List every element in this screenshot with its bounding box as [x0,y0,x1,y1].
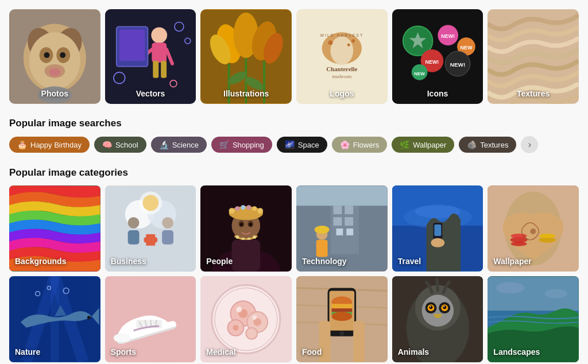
cat-card-sports[interactable]: Sports [105,276,196,362]
search-tag-science[interactable]: 🔬 Science [151,137,207,153]
svg-point-65 [127,217,139,229]
svg-text:Chanterelle: Chanterelle [326,65,357,72]
top-cat-icons-label: Icons [392,89,483,98]
search-tag-textures[interactable]: 🪨 Textures [459,137,516,153]
svg-rect-92 [333,206,342,214]
svg-point-81 [236,235,239,239]
cat-card-people[interactable]: People [200,185,292,272]
svg-point-141 [233,325,239,331]
school-label: School [115,141,138,149]
svg-rect-100 [336,229,343,235]
cat-card-food[interactable]: Food [296,276,388,362]
search-tags-row: 🎂 Happy Birthday 🧠 School 🔬 Science 🛒 Sh… [9,136,579,153]
svg-rect-109 [434,224,441,236]
cat-label-medical: Medical [206,347,235,357]
svg-point-10 [49,68,60,76]
top-categories-row: Photos Vectors [9,9,579,104]
flowers-emoji: 🌸 [340,140,350,149]
svg-point-4 [29,32,80,89]
svg-point-77 [241,205,246,210]
space-emoji: 🌌 [285,140,295,149]
svg-point-89 [249,223,253,226]
svg-rect-154 [331,308,352,312]
svg-text:NEW!: NEW! [425,59,439,65]
svg-point-118 [531,229,536,234]
svg-point-174 [544,289,567,298]
school-emoji: 🧠 [102,140,112,149]
cat-card-animals[interactable]: Animals [392,276,483,362]
search-tag-wallpaper[interactable]: 🌿 Wallpaper [392,137,454,153]
cat-label-technology: Technology [302,257,347,266]
svg-point-44 [351,39,355,42]
svg-rect-25 [161,61,167,78]
top-cat-illustrations-label: Illustrations [200,89,292,98]
svg-point-144 [253,315,257,320]
birthday-emoji: 🎂 [17,140,27,149]
svg-point-76 [235,206,240,211]
popular-searches-section: Popular image searches 🎂 Happy Birthday … [9,118,579,153]
svg-text:NEW: NEW [414,71,425,76]
search-tag-birthday[interactable]: 🎂 Happy Birthday [9,137,90,153]
search-tag-shopping[interactable]: 🛒 Shopping [211,137,272,153]
svg-point-121 [87,316,91,319]
svg-line-130 [150,320,151,327]
svg-rect-95 [345,217,353,226]
search-tag-school[interactable]: 🧠 School [94,137,146,153]
cat-label-landscapes: Landscapes [493,347,540,357]
cat-label-wallpaper: Wallpaper [493,257,531,266]
cat-card-wallpaper[interactable]: Wallpaper [488,185,579,272]
search-tags-more-button[interactable]: › [521,136,538,153]
popular-searches-title: Popular image searches [9,118,579,129]
svg-point-39 [331,36,354,65]
cat-label-sports: Sports [111,347,136,357]
svg-point-168 [443,305,446,309]
cat-card-backgrounds[interactable]: Backgrounds [9,185,100,272]
svg-text:NEW!: NEW! [450,61,465,68]
top-cat-logos-label: Logos [296,89,388,98]
top-cat-photos-label: Photos [9,89,100,98]
cat-card-technology[interactable]: Technology [296,185,388,272]
svg-point-170 [443,306,444,307]
popular-categories-title: Popular image categories [9,167,579,179]
cat-card-business[interactable]: Business [105,185,196,272]
shopping-emoji: 🛒 [219,140,229,149]
cat-card-nature[interactable]: Nature [9,276,100,362]
svg-rect-66 [127,230,139,245]
top-cat-illustrations[interactable]: Illustrations [200,9,292,104]
svg-point-7 [44,52,49,58]
categories-grid: Backgrounds Business [9,185,579,362]
cat-label-food: Food [302,347,322,357]
wallpaper-label: Wallpaper [413,141,446,149]
science-label: Science [172,141,199,149]
top-cat-vectors-label: Vectors [105,89,196,98]
svg-rect-24 [153,61,158,78]
search-tag-flowers[interactable]: 🌸 Flowers [332,137,388,153]
svg-point-43 [328,40,333,45]
top-cat-logos[interactable]: Chanterelle mushroom WILD HARVEST Logos [296,9,388,104]
top-cat-icons[interactable]: NEW! NEW NEW! NEW! NEW Icons [392,9,483,104]
svg-rect-93 [345,206,353,214]
top-cat-textures-label: Textures [488,89,579,98]
top-cat-textures[interactable]: Textures [488,9,579,104]
svg-rect-101 [346,229,353,235]
svg-point-79 [253,206,257,211]
svg-rect-153 [331,304,352,308]
svg-point-84 [253,235,257,239]
search-tag-space[interactable]: 🌌 Space [277,137,327,153]
top-cat-photos[interactable]: Photos [9,9,100,104]
cat-label-animals: Animals [398,347,429,357]
cat-card-medical[interactable]: Medical [200,276,292,362]
science-emoji: 🔬 [159,140,169,149]
shopping-label: Shopping [233,141,264,149]
cat-label-nature: Nature [15,347,40,357]
cat-card-travel[interactable]: Travel [392,185,483,272]
svg-point-45 [347,44,350,47]
svg-point-8 [60,52,65,58]
svg-point-115 [511,242,527,246]
svg-rect-99 [316,240,328,257]
svg-rect-19 [119,29,145,61]
flowers-label: Flowers [353,141,380,149]
cat-card-landscapes[interactable]: Landscapes [488,276,579,362]
top-cat-vectors[interactable]: Vectors [105,9,196,104]
svg-text:NEW: NEW [460,45,472,51]
